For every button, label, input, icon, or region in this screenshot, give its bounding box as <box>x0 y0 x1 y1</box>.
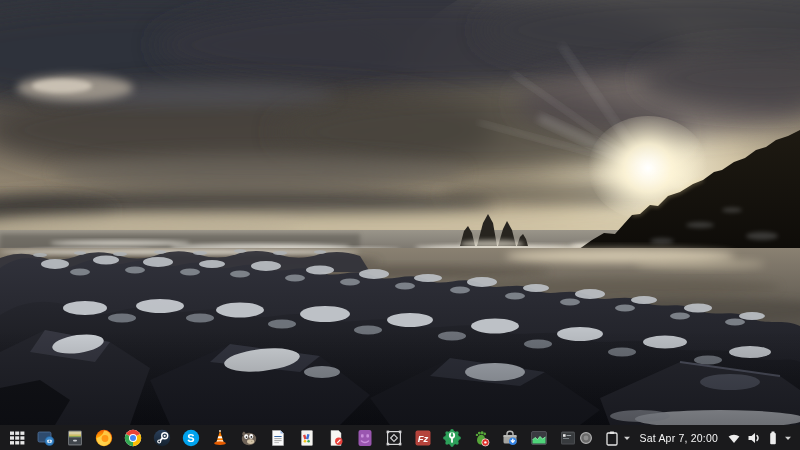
screenshot-icon <box>36 428 56 448</box>
vlc-cone-icon <box>210 428 230 448</box>
writer-document-icon <box>268 428 288 448</box>
purple-face-icon <box>355 428 375 448</box>
settings-wrench-button[interactable] <box>442 428 462 448</box>
terminal-button[interactable] <box>558 428 578 448</box>
boxes-button[interactable] <box>384 428 404 448</box>
skype-button[interactable]: S <box>181 428 201 448</box>
app-grid-icon <box>7 428 27 448</box>
clipboard-icon <box>605 430 619 446</box>
wallpaper-image <box>0 0 800 425</box>
firefox-icon <box>94 428 114 448</box>
desktop: S <box>0 0 800 450</box>
launcher-area: S <box>0 428 578 448</box>
wifi-icon <box>727 431 741 445</box>
software-center-button[interactable] <box>471 428 491 448</box>
status-circle-indicator[interactable] <box>579 425 593 450</box>
filezilla-icon: Fz <box>413 428 433 448</box>
clipboard-applet[interactable] <box>605 425 632 450</box>
taskbar-panel: S <box>0 425 800 450</box>
filezilla-letters: Fz <box>418 432 429 443</box>
volume-indicator[interactable] <box>747 425 762 450</box>
firefox-button[interactable] <box>94 428 114 448</box>
skype-icon: S <box>181 428 201 448</box>
chevron-down-icon <box>622 434 632 442</box>
chrome-button[interactable] <box>123 428 143 448</box>
battery-indicator[interactable] <box>768 425 778 450</box>
software-updater-button[interactable] <box>500 428 520 448</box>
app-menu-button[interactable] <box>7 428 27 448</box>
battery-icon <box>768 430 778 446</box>
volume-icon <box>747 431 762 445</box>
multicolor-document-button[interactable] <box>297 428 317 448</box>
chrome-icon <box>123 428 143 448</box>
screenshot-tool-button[interactable] <box>36 428 56 448</box>
vlc-button[interactable] <box>210 428 230 448</box>
steam-button[interactable] <box>152 428 172 448</box>
file-manager-button[interactable] <box>65 428 85 448</box>
gimp-button[interactable] <box>239 428 259 448</box>
system-monitor-button[interactable] <box>529 428 549 448</box>
terminal-icon <box>558 428 578 448</box>
wallpaper <box>0 0 800 425</box>
wifi-indicator[interactable] <box>727 425 741 450</box>
filezilla-button[interactable]: Fz <box>413 428 433 448</box>
file-cabinet-icon <box>65 428 85 448</box>
status-circle-icon <box>579 431 593 445</box>
document-red-seal-button[interactable] <box>326 428 346 448</box>
system-tray: Sat Apr 7, 20:00 <box>579 425 800 450</box>
clock[interactable]: Sat Apr 7, 20:00 <box>632 425 727 450</box>
software-updater-icon <box>500 428 520 448</box>
libreoffice-writer-button[interactable] <box>268 428 288 448</box>
system-monitor-icon <box>529 428 549 448</box>
skype-letter: S <box>187 432 194 444</box>
panel-menu-caret[interactable] <box>783 425 793 450</box>
document-red-seal-icon <box>326 428 346 448</box>
gnome-foot-icon <box>471 428 491 448</box>
steam-icon <box>152 428 172 448</box>
gimp-wilber-icon <box>239 428 259 448</box>
settings-gear-wrench-icon <box>442 428 462 448</box>
multicolor-document-icon <box>297 428 317 448</box>
purple-face-app-button[interactable] <box>355 428 375 448</box>
boxes-cube-icon <box>384 428 404 448</box>
chevron-down-icon <box>783 434 793 442</box>
